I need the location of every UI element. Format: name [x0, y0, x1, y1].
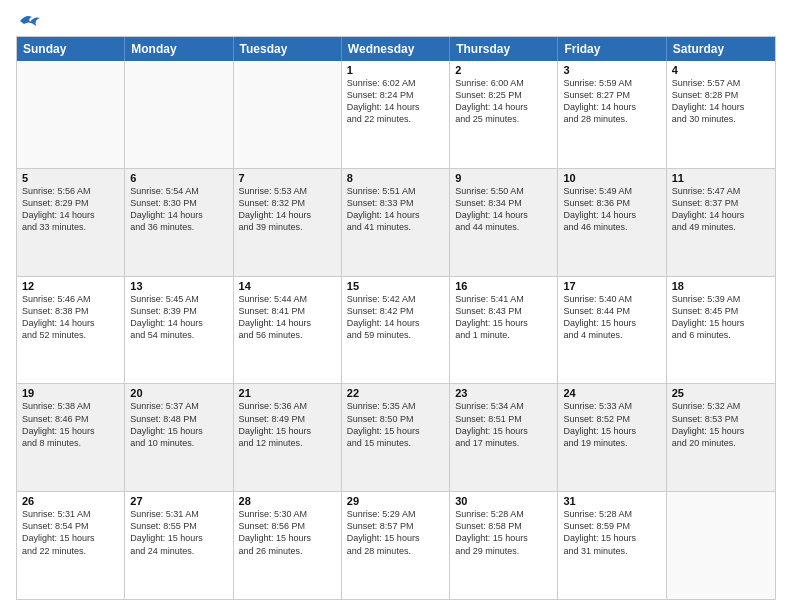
calendar-cell-day-16: 16Sunrise: 5:41 AMSunset: 8:43 PMDayligh…	[450, 277, 558, 384]
cell-info: Sunrise: 5:49 AMSunset: 8:36 PMDaylight:…	[563, 185, 660, 234]
day-number: 4	[672, 64, 770, 76]
day-number: 9	[455, 172, 552, 184]
day-number: 18	[672, 280, 770, 292]
page: SundayMondayTuesdayWednesdayThursdayFrid…	[0, 0, 792, 612]
day-number: 1	[347, 64, 444, 76]
day-number: 15	[347, 280, 444, 292]
calendar-body: 1Sunrise: 6:02 AMSunset: 8:24 PMDaylight…	[17, 61, 775, 599]
calendar-cell-day-10: 10Sunrise: 5:49 AMSunset: 8:36 PMDayligh…	[558, 169, 666, 276]
cell-info: Sunrise: 5:31 AMSunset: 8:54 PMDaylight:…	[22, 508, 119, 557]
day-number: 6	[130, 172, 227, 184]
cell-info: Sunrise: 5:31 AMSunset: 8:55 PMDaylight:…	[130, 508, 227, 557]
calendar-cell-day-26: 26Sunrise: 5:31 AMSunset: 8:54 PMDayligh…	[17, 492, 125, 599]
day-number: 24	[563, 387, 660, 399]
day-number: 26	[22, 495, 119, 507]
day-number: 2	[455, 64, 552, 76]
calendar-cell-day-3: 3Sunrise: 5:59 AMSunset: 8:27 PMDaylight…	[558, 61, 666, 168]
day-number: 30	[455, 495, 552, 507]
calendar-cell-empty	[17, 61, 125, 168]
cell-info: Sunrise: 5:32 AMSunset: 8:53 PMDaylight:…	[672, 400, 770, 449]
weekday-header-thursday: Thursday	[450, 37, 558, 61]
cell-info: Sunrise: 5:44 AMSunset: 8:41 PMDaylight:…	[239, 293, 336, 342]
calendar-cell-empty	[125, 61, 233, 168]
calendar-cell-day-22: 22Sunrise: 5:35 AMSunset: 8:50 PMDayligh…	[342, 384, 450, 491]
calendar-cell-day-28: 28Sunrise: 5:30 AMSunset: 8:56 PMDayligh…	[234, 492, 342, 599]
calendar-cell-day-9: 9Sunrise: 5:50 AMSunset: 8:34 PMDaylight…	[450, 169, 558, 276]
calendar-cell-day-5: 5Sunrise: 5:56 AMSunset: 8:29 PMDaylight…	[17, 169, 125, 276]
cell-info: Sunrise: 5:57 AMSunset: 8:28 PMDaylight:…	[672, 77, 770, 126]
calendar-cell-day-17: 17Sunrise: 5:40 AMSunset: 8:44 PMDayligh…	[558, 277, 666, 384]
cell-info: Sunrise: 5:35 AMSunset: 8:50 PMDaylight:…	[347, 400, 444, 449]
calendar-cell-day-14: 14Sunrise: 5:44 AMSunset: 8:41 PMDayligh…	[234, 277, 342, 384]
day-number: 10	[563, 172, 660, 184]
day-number: 29	[347, 495, 444, 507]
calendar-cell-day-25: 25Sunrise: 5:32 AMSunset: 8:53 PMDayligh…	[667, 384, 775, 491]
day-number: 7	[239, 172, 336, 184]
weekday-header-sunday: Sunday	[17, 37, 125, 61]
calendar-row-1: 5Sunrise: 5:56 AMSunset: 8:29 PMDaylight…	[17, 168, 775, 276]
cell-info: Sunrise: 5:59 AMSunset: 8:27 PMDaylight:…	[563, 77, 660, 126]
day-number: 11	[672, 172, 770, 184]
cell-info: Sunrise: 5:51 AMSunset: 8:33 PMDaylight:…	[347, 185, 444, 234]
day-number: 12	[22, 280, 119, 292]
day-number: 21	[239, 387, 336, 399]
calendar-cell-day-31: 31Sunrise: 5:28 AMSunset: 8:59 PMDayligh…	[558, 492, 666, 599]
day-number: 22	[347, 387, 444, 399]
cell-info: Sunrise: 5:56 AMSunset: 8:29 PMDaylight:…	[22, 185, 119, 234]
day-number: 27	[130, 495, 227, 507]
logo	[16, 12, 40, 30]
calendar-cell-day-8: 8Sunrise: 5:51 AMSunset: 8:33 PMDaylight…	[342, 169, 450, 276]
cell-info: Sunrise: 5:39 AMSunset: 8:45 PMDaylight:…	[672, 293, 770, 342]
calendar-cell-day-6: 6Sunrise: 5:54 AMSunset: 8:30 PMDaylight…	[125, 169, 233, 276]
calendar-cell-day-7: 7Sunrise: 5:53 AMSunset: 8:32 PMDaylight…	[234, 169, 342, 276]
day-number: 3	[563, 64, 660, 76]
cell-info: Sunrise: 5:30 AMSunset: 8:56 PMDaylight:…	[239, 508, 336, 557]
weekday-header-wednesday: Wednesday	[342, 37, 450, 61]
day-number: 8	[347, 172, 444, 184]
day-number: 17	[563, 280, 660, 292]
weekday-header-saturday: Saturday	[667, 37, 775, 61]
calendar-cell-day-19: 19Sunrise: 5:38 AMSunset: 8:46 PMDayligh…	[17, 384, 125, 491]
weekday-header-tuesday: Tuesday	[234, 37, 342, 61]
cell-info: Sunrise: 6:02 AMSunset: 8:24 PMDaylight:…	[347, 77, 444, 126]
calendar-cell-day-24: 24Sunrise: 5:33 AMSunset: 8:52 PMDayligh…	[558, 384, 666, 491]
calendar-cell-day-1: 1Sunrise: 6:02 AMSunset: 8:24 PMDaylight…	[342, 61, 450, 168]
cell-info: Sunrise: 5:29 AMSunset: 8:57 PMDaylight:…	[347, 508, 444, 557]
calendar-cell-day-23: 23Sunrise: 5:34 AMSunset: 8:51 PMDayligh…	[450, 384, 558, 491]
cell-info: Sunrise: 5:28 AMSunset: 8:58 PMDaylight:…	[455, 508, 552, 557]
calendar-cell-day-30: 30Sunrise: 5:28 AMSunset: 8:58 PMDayligh…	[450, 492, 558, 599]
cell-info: Sunrise: 5:42 AMSunset: 8:42 PMDaylight:…	[347, 293, 444, 342]
calendar-header: SundayMondayTuesdayWednesdayThursdayFrid…	[17, 37, 775, 61]
calendar-cell-day-29: 29Sunrise: 5:29 AMSunset: 8:57 PMDayligh…	[342, 492, 450, 599]
cell-info: Sunrise: 5:33 AMSunset: 8:52 PMDaylight:…	[563, 400, 660, 449]
day-number: 20	[130, 387, 227, 399]
calendar-cell-day-4: 4Sunrise: 5:57 AMSunset: 8:28 PMDaylight…	[667, 61, 775, 168]
day-number: 16	[455, 280, 552, 292]
day-number: 28	[239, 495, 336, 507]
cell-info: Sunrise: 5:45 AMSunset: 8:39 PMDaylight:…	[130, 293, 227, 342]
calendar-cell-day-2: 2Sunrise: 6:00 AMSunset: 8:25 PMDaylight…	[450, 61, 558, 168]
cell-info: Sunrise: 5:38 AMSunset: 8:46 PMDaylight:…	[22, 400, 119, 449]
cell-info: Sunrise: 5:34 AMSunset: 8:51 PMDaylight:…	[455, 400, 552, 449]
calendar-row-3: 19Sunrise: 5:38 AMSunset: 8:46 PMDayligh…	[17, 383, 775, 491]
day-number: 19	[22, 387, 119, 399]
day-number: 5	[22, 172, 119, 184]
calendar-row-4: 26Sunrise: 5:31 AMSunset: 8:54 PMDayligh…	[17, 491, 775, 599]
cell-info: Sunrise: 5:41 AMSunset: 8:43 PMDaylight:…	[455, 293, 552, 342]
calendar-cell-day-13: 13Sunrise: 5:45 AMSunset: 8:39 PMDayligh…	[125, 277, 233, 384]
cell-info: Sunrise: 5:47 AMSunset: 8:37 PMDaylight:…	[672, 185, 770, 234]
day-number: 31	[563, 495, 660, 507]
day-number: 13	[130, 280, 227, 292]
weekday-header-friday: Friday	[558, 37, 666, 61]
cell-info: Sunrise: 5:37 AMSunset: 8:48 PMDaylight:…	[130, 400, 227, 449]
calendar-cell-day-20: 20Sunrise: 5:37 AMSunset: 8:48 PMDayligh…	[125, 384, 233, 491]
calendar-cell-day-21: 21Sunrise: 5:36 AMSunset: 8:49 PMDayligh…	[234, 384, 342, 491]
cell-info: Sunrise: 5:28 AMSunset: 8:59 PMDaylight:…	[563, 508, 660, 557]
day-number: 14	[239, 280, 336, 292]
cell-info: Sunrise: 5:40 AMSunset: 8:44 PMDaylight:…	[563, 293, 660, 342]
calendar-cell-day-11: 11Sunrise: 5:47 AMSunset: 8:37 PMDayligh…	[667, 169, 775, 276]
cell-info: Sunrise: 5:36 AMSunset: 8:49 PMDaylight:…	[239, 400, 336, 449]
header	[16, 12, 776, 30]
day-number: 25	[672, 387, 770, 399]
weekday-header-monday: Monday	[125, 37, 233, 61]
